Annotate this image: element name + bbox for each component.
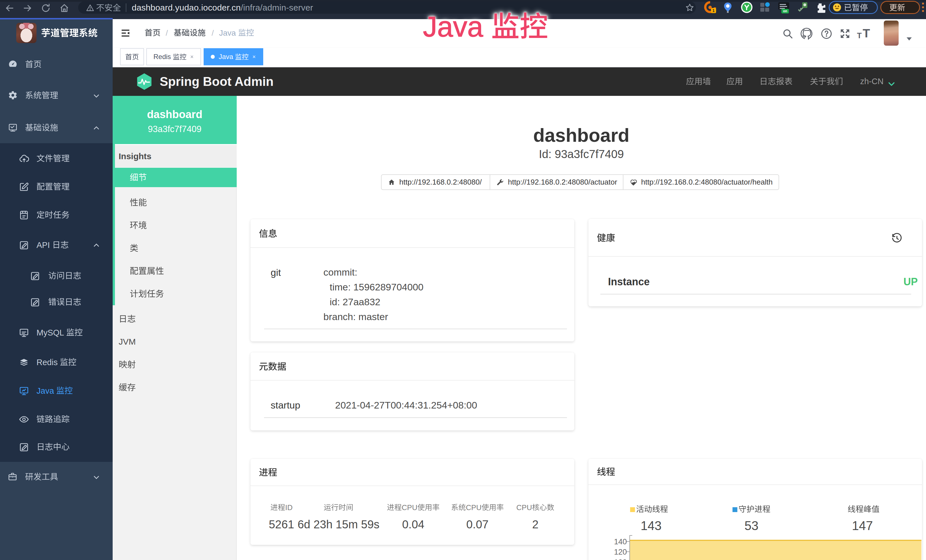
svg-text:on: on xyxy=(783,9,787,13)
svg-text:1: 1 xyxy=(713,8,715,13)
